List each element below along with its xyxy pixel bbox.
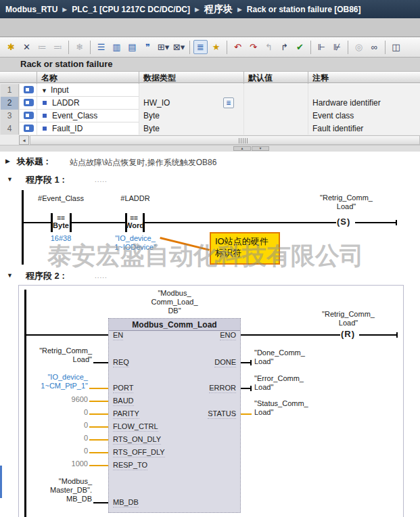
go-to-previous-error-button[interactable]: ↰	[262, 40, 276, 54]
comment-cell[interactable]: Fault identifier	[308, 122, 420, 135]
symbolic-operands-button[interactable]: ▤	[125, 40, 139, 54]
done-wire	[241, 362, 250, 363]
variable-bullet-icon	[43, 101, 47, 105]
scroll-left-button[interactable]: ◂	[19, 135, 29, 145]
comment-cell[interactable]: Hardware identifier	[308, 97, 420, 110]
port-operand[interactable]: "IO_device_1~CM_PtP_1"	[14, 373, 88, 390]
window-toolbar-spacer	[0, 18, 420, 37]
splitter-up-button[interactable]: ▲	[233, 146, 251, 151]
column-header-datatype[interactable]: 数据类型	[139, 72, 243, 84]
split-editor-button[interactable]: ◫	[389, 40, 403, 54]
rts-off-dly-wire	[89, 452, 108, 453]
coil-operand[interactable]: "Retrig_Comm_ Load"	[306, 194, 387, 211]
contact1-compare-value[interactable]: 16#38	[41, 234, 81, 243]
column-header-name[interactable]: 名称	[37, 72, 139, 84]
network1-label[interactable]: 程序段 1 :	[26, 174, 65, 186]
reset-coil[interactable]: (R)	[341, 329, 355, 339]
insert-empty-rung-button[interactable]: ≔	[35, 40, 49, 54]
error-operand[interactable]: "Error_Comm_Load"	[254, 374, 329, 392]
req-operand[interactable]: "Retrig_Comm_Load"	[14, 346, 92, 364]
toolbar-separator	[90, 41, 91, 54]
breadcrumb-item-plc[interactable]: PLC_1 [CPU 1217C DC/DC/DC]	[72, 5, 190, 14]
resp-to-value[interactable]: 1000	[14, 459, 88, 468]
expand-right-icon[interactable]: ▶	[5, 158, 10, 164]
monitoring-glasses-button[interactable]: ∞	[367, 40, 381, 54]
breadcrumb-item-block[interactable]: Rack or station failure [OB86]	[247, 5, 361, 14]
undo-button[interactable]: ↶	[231, 40, 245, 54]
name-cell[interactable]: Fault_ID	[37, 122, 139, 135]
type-cell[interactable]: HW_IO ≣	[139, 97, 243, 110]
done-operand[interactable]: "Done_Comm_Load"	[254, 349, 329, 366]
mb-db-operand[interactable]: "Modbus_Master_DB".MB_DB	[14, 477, 92, 503]
type-cell[interactable]: Byte	[139, 122, 243, 135]
network2-comment-placeholder[interactable]: .....	[95, 272, 108, 279]
rts-on-dly-value[interactable]: 0	[14, 434, 88, 443]
enable-en-eno-button[interactable]: ⊩	[314, 40, 329, 54]
insert-rung-button[interactable]: ≕	[51, 40, 65, 54]
port-wire	[89, 388, 108, 389]
req-wire	[93, 362, 108, 363]
disable-en-eno-button[interactable]: ⊮	[330, 40, 344, 54]
go-to-next-error-button[interactable]: ↱	[277, 40, 291, 54]
name-cell[interactable]: ▼Input	[37, 84, 139, 97]
collapse-networks-button[interactable]: ☰	[94, 40, 108, 54]
rts-on-dly-wire	[89, 439, 108, 441]
set-coil[interactable]: (S)	[337, 217, 350, 227]
row-expander-icon[interactable]: ▼	[41, 87, 47, 94]
comment-cell[interactable]: Event class	[308, 110, 420, 122]
column-header-default[interactable]: 默认值	[243, 72, 308, 84]
name-cell[interactable]: LADDR	[37, 97, 139, 110]
insert-coil-button[interactable]: ⊠▾	[172, 40, 186, 54]
hscroll-track[interactable]	[30, 135, 420, 145]
toolbar-separator	[227, 41, 227, 54]
modbus-comm-load-block[interactable]: Modbus_Comm_Load EN REQ PORT BAUD PARITY…	[108, 318, 241, 513]
contact1-type[interactable]: Byte	[49, 221, 73, 230]
default-cell[interactable]	[243, 122, 308, 135]
flow-ctrl-value[interactable]: 0	[14, 421, 88, 430]
contact2-type[interactable]: Word	[122, 221, 147, 230]
network1-comment-placeholder[interactable]: .....	[95, 176, 108, 183]
table-row: 4 Fault_ID Byte Fault identifier	[0, 122, 420, 135]
breadcrumb-separator-icon: ▶	[195, 6, 200, 13]
name-cell[interactable]: Event_Class	[37, 110, 139, 122]
absolute-operands-button[interactable]: ▥	[110, 40, 124, 54]
rts-off-dly-value[interactable]: 0	[14, 447, 88, 455]
default-cell[interactable]	[243, 84, 308, 97]
expand-down-icon[interactable]: ▼	[7, 272, 13, 279]
network2-label[interactable]: 程序段 2 :	[26, 270, 65, 282]
breadcrumb-item-project[interactable]: Modbus_RTU	[5, 5, 57, 14]
baud-value[interactable]: 9600	[14, 395, 88, 404]
contact1-operand[interactable]: #Event_Class	[27, 194, 95, 203]
parity-value[interactable]: 0	[14, 408, 88, 417]
keep-actual-values-button[interactable]: ❄	[72, 40, 87, 54]
delete-network-button[interactable]: ✕	[20, 40, 34, 54]
mb-db-wire	[93, 502, 108, 503]
splitter-down-button[interactable]: ▼	[252, 146, 269, 151]
contact2-operand[interactable]: #LADDR	[101, 194, 169, 203]
error-wire	[241, 388, 250, 389]
comment-cell[interactable]	[308, 84, 420, 97]
insert-network-button[interactable]: ✱	[4, 40, 18, 54]
open-branch-button[interactable]: ≣	[193, 40, 208, 54]
favorites-button[interactable]: ★	[209, 40, 223, 54]
type-cell[interactable]	[139, 84, 243, 97]
status-operand[interactable]: "Status_Comm_Load"	[254, 399, 329, 417]
rung-end-tick	[396, 220, 397, 225]
default-cell[interactable]	[243, 110, 308, 122]
default-cell[interactable]	[243, 97, 308, 110]
comment-callout[interactable]: IO站点的硬件 标识符	[210, 232, 280, 265]
network-comments-button[interactable]: ❞	[141, 40, 155, 54]
reset-coil-operand[interactable]: "Retrig_Comm_Load"	[308, 310, 389, 328]
breadcrumb-item-program-blocks[interactable]: 程序块	[204, 3, 233, 16]
redo-button[interactable]: ↷	[246, 40, 260, 54]
expand-down-icon[interactable]: ▼	[7, 176, 13, 183]
block-title-text[interactable]: 站点故障\站点恢复时,操作系统触发OB86	[70, 157, 216, 168]
hscroll-grip[interactable]	[239, 138, 248, 143]
instance-db-name[interactable]: "Modbus_ Comm_Load_ DB"	[124, 289, 225, 315]
type-cell[interactable]: Byte	[139, 110, 243, 122]
type-picker-button[interactable]: ≣	[223, 97, 234, 108]
column-header-comment[interactable]: 注释	[308, 72, 420, 84]
insert-box-button[interactable]: ⊞▾	[156, 40, 170, 54]
consistency-check-button[interactable]: ✔	[293, 40, 307, 54]
find-replace-button[interactable]: ◎	[352, 40, 366, 54]
